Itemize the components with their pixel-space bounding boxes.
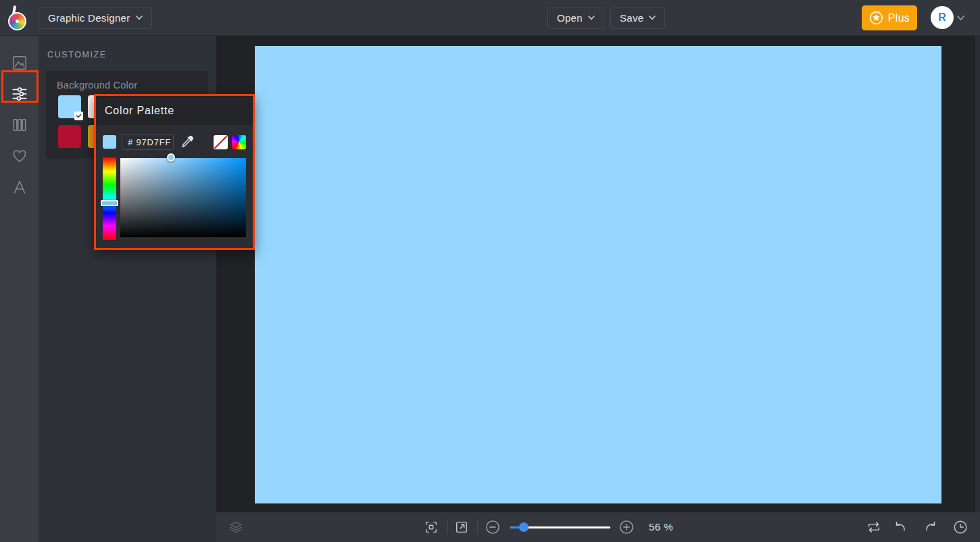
undo-icon[interactable] (893, 520, 908, 535)
image-icon (11, 54, 28, 72)
current-color-swatch[interactable] (103, 135, 116, 149)
sliders-icon (11, 85, 28, 103)
plus-upgrade-button[interactable]: Plus (862, 5, 917, 30)
columns-icon (11, 116, 28, 134)
heart-icon (11, 147, 28, 165)
swatch-red[interactable] (58, 125, 81, 148)
zoom-in-button[interactable] (619, 520, 634, 535)
toolbar-separator (447, 520, 448, 535)
chevron-down-icon (136, 16, 143, 20)
sidebar-item-image-manager[interactable] (0, 47, 39, 78)
rainbow-gradient-swatch[interactable] (232, 135, 246, 149)
history-clock-icon[interactable] (953, 520, 968, 535)
canvas[interactable] (255, 46, 941, 503)
save-button[interactable]: Save (610, 7, 665, 29)
hue-slider[interactable] (103, 157, 116, 240)
panel-title: CUSTOMIZE (47, 50, 107, 59)
background-color-label: Background Color (57, 80, 137, 91)
sidebar-item-layouts[interactable] (0, 109, 39, 141)
color-palette-body (96, 125, 253, 249)
selected-check-badge (74, 112, 83, 120)
transparent-color-swatch[interactable] (214, 135, 228, 149)
letter-a-icon (11, 178, 28, 196)
tool-rail (0, 36, 39, 542)
color-palette-popup: Color Palette (94, 94, 255, 250)
sidebar-item-favorites[interactable] (0, 141, 39, 172)
color-wheel-icon (8, 12, 26, 30)
color-palette-header: Color Palette (96, 96, 253, 125)
star-badge-icon (869, 11, 883, 25)
saturation-brightness-field[interactable] (120, 158, 246, 237)
open-in-new-icon[interactable] (454, 520, 469, 535)
zoom-slider-handle[interactable] (519, 522, 529, 532)
app-switcher-label: Graphic Designer (48, 12, 130, 24)
fit-to-screen-icon[interactable] (424, 520, 439, 535)
check-icon (76, 114, 82, 118)
layers-icon[interactable] (228, 520, 243, 535)
zoom-slider[interactable] (510, 526, 610, 528)
redo-icon[interactable] (923, 520, 938, 535)
sidebar-item-text[interactable] (0, 172, 39, 203)
plus-label: Plus (888, 12, 910, 24)
top-bar: Graphic Designer Open Save Plus R (0, 0, 980, 36)
compare-loop-icon[interactable] (866, 520, 881, 535)
no-color-slash-icon (214, 135, 228, 149)
color-palette-title: Color Palette (105, 105, 174, 117)
avatar-initial: R (938, 11, 946, 24)
app-switcher-button[interactable]: Graphic Designer (39, 7, 152, 29)
open-label: Open (557, 12, 583, 24)
chevron-down-icon (649, 16, 656, 20)
color-picker-area (103, 157, 246, 240)
befunky-logo-icon[interactable] (6, 3, 32, 32)
saturation-picker-handle[interactable] (167, 153, 175, 162)
save-label: Save (620, 12, 643, 24)
color-input-row (103, 134, 246, 150)
swatch-light-blue[interactable] (58, 95, 81, 118)
eyedropper-icon[interactable] (180, 134, 195, 149)
hex-color-input[interactable] (122, 134, 174, 150)
account-chevron-down-icon[interactable] (957, 16, 964, 21)
open-button[interactable]: Open (547, 7, 604, 29)
graphic-designer-app: Graphic Designer Open Save Plus R (0, 0, 980, 542)
avatar[interactable]: R (931, 6, 954, 29)
sidebar-item-customize[interactable] (0, 78, 39, 109)
bottom-toolbar: 56 % (216, 512, 980, 542)
chevron-down-icon (588, 16, 595, 20)
zoom-out-button[interactable] (485, 520, 500, 535)
toolbar-separator (477, 520, 478, 535)
vertical-scrollbar[interactable] (975, 36, 980, 512)
zoom-percentage: 56 % (649, 521, 673, 533)
hue-slider-handle[interactable] (101, 200, 118, 206)
